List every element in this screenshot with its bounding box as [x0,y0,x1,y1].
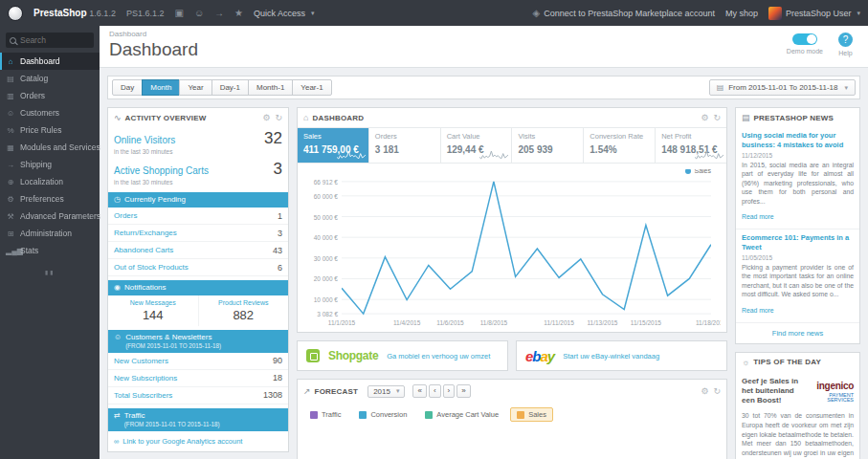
pending-returns-row[interactable]: Return/Exchanges3 [108,225,288,242]
active-carts-link[interactable]: Active Shopping Carts [114,165,209,176]
sidebar-item-customers[interactable]: ☺Customers [0,104,100,121]
sidebar-item-dashboard[interactable]: ⌂Dashboard [0,53,100,70]
quick-access-menu[interactable]: Quick Access▾ [254,9,315,18]
refresh-icon[interactable]: ↻ [275,113,282,122]
row-label: Abandoned Carts [114,246,173,254]
marketplace-link[interactable]: ◈Connect to PrestaShop Marketplace accou… [533,8,715,18]
currently-pending-header: ◷ Currently Pending [108,192,288,208]
legend-sales[interactable]: Sales [510,407,553,422]
activity-icon: ∿ [114,113,122,122]
traffic-header: ⇄ Traffic(FROM 2015-11-01 TO 2015-11-18) [108,408,288,431]
first-page-button[interactable]: « [412,384,426,398]
kpi-visits[interactable]: Visits205 939 [512,128,584,163]
sidebar-item-orders[interactable]: ▥Orders [0,87,100,104]
shopgate-promo[interactable]: Shopgate Ga mobiel en verhoog uw omzet [297,340,508,371]
shop-name[interactable]: PS1.6.1.2 [126,9,165,18]
google-analytics-link[interactable]: ∞ Link to your Google Analytics account [108,431,288,451]
link-icon: ∞ [114,437,119,446]
ebay-promo[interactable]: ebay Start uw eBay-winkel vandaag [516,340,727,371]
sidebar-item-modules[interactable]: ▦Modules and Services [0,139,100,156]
pending-orders-row[interactable]: Orders1 [108,208,288,225]
new-customers-row[interactable]: New Customers90 [108,353,288,370]
search-input[interactable] [20,35,87,45]
prestashop-logo [8,6,23,21]
advanced-parameters-icon: ⚒ [6,212,15,221]
ebay-promo-link[interactable]: Start uw eBay-winkel vandaag [563,352,659,361]
sidebar-item-label: Administration [20,229,72,238]
sidebar-item-administration[interactable]: ⊞Administration [0,225,100,242]
messages-notification-icon[interactable]: → [214,8,224,18]
kpi-label: Orders [375,132,434,141]
article-title-link[interactable]: Ecommerce 101: Payments in a Tweet [742,233,854,252]
chart-legend[interactable]: Sales [685,169,711,174]
kpi-sales[interactable]: Sales411 759,00 € [298,128,369,163]
article-date: 11/12/2015 [742,152,854,159]
legend-average-cart-value[interactable]: Average Cart Value [418,407,505,422]
refresh-icon[interactable]: ↻ [713,113,721,122]
last-page-button[interactable]: » [456,384,470,398]
forecast-year-select[interactable]: 2015▾ [367,385,405,398]
sidebar-collapse-button[interactable]: ▮▮ [0,259,100,285]
y-axis: 66 912 €60 000 €50 000 €40 000 €30 000 €… [301,179,338,317]
sidebar-search[interactable] [6,33,94,48]
orders-notification-icon[interactable]: ▣ [174,8,183,18]
home-icon: ⌂ [6,57,15,66]
sidebar-item-catalog[interactable]: ▤Catalog [0,70,100,87]
next-page-button[interactable]: › [443,384,456,398]
row-value: 1308 [263,390,282,400]
range-day-button[interactable]: Day [112,79,143,96]
avatar [768,7,782,20]
sidebar-item-stats[interactable]: ▂▄▆Stats [0,242,100,259]
gear-icon[interactable]: ⚙ [701,386,708,396]
sidebar-item-shipping[interactable]: →Shipping [0,156,100,173]
gear-icon[interactable]: ⚙ [701,113,708,122]
merchant-expertise-icon[interactable]: ★ [234,8,243,18]
chevron-down-icon: ▾ [311,10,315,17]
product-reviews-cell[interactable]: Product Reviews882 [199,295,289,326]
shopgate-promo-link[interactable]: Ga mobiel en verhoog uw omzet [387,352,490,361]
sidebar-item-price-rules[interactable]: %Price Rules [0,121,100,139]
kpi-orders[interactable]: Orders3 181 [369,128,441,163]
sidebar-item-advanced-parameters[interactable]: ⚒Advanced Parameters [0,208,100,225]
range-year-1-button[interactable]: Year-1 [292,79,331,96]
kpi-net-profit[interactable]: Net Profit148 918,51 € [656,128,726,163]
article-title-link[interactable]: Using social media for your business: 4 … [742,131,854,150]
total-subscribers-row[interactable]: Total Subscribers1308 [108,387,288,404]
out-of-stock-row[interactable]: Out of Stock Products6 [108,259,288,276]
range-year-button[interactable]: Year [179,79,211,96]
range-month-button[interactable]: Month [142,79,180,96]
gear-icon[interactable]: ⚙ [262,113,270,122]
legend-label: Sales [694,169,711,174]
abandoned-carts-row[interactable]: Abandoned Carts43 [108,242,288,259]
sidebar-item-localization[interactable]: ⊕Localization [0,173,100,190]
my-shop-link[interactable]: My shop [725,9,758,18]
row-label: New Subscriptions [114,374,177,382]
read-more-link[interactable]: Read more [742,213,774,220]
refresh-icon[interactable]: ↻ [713,386,721,396]
notifications-grid: New Messages144 Product Reviews882 [108,295,288,326]
kpi-conversion-rate[interactable]: Conversion Rate1.54% [584,128,656,163]
chevron-down-icon: ▾ [857,10,860,17]
legend-conversion[interactable]: Conversion [352,407,413,422]
y-axis-tick-label: 3 082 € [317,311,338,317]
find-more-news-link[interactable]: Find more news [736,323,859,343]
y-axis-tick-label: 30 000 € [314,254,338,261]
year-value: 2015 [373,387,390,396]
customers-notification-icon[interactable]: ☺ [194,8,204,18]
range-month-1-button[interactable]: Month-1 [248,79,293,96]
range-day-1-button[interactable]: Day-1 [211,79,249,96]
prestashop-news-panel: ▤ PRESTASHOP NEWS Using social media for… [735,107,860,344]
new-subscriptions-row[interactable]: New Subscriptions18 [108,370,288,387]
online-visitors-link[interactable]: Online Visitors [114,135,175,145]
demo-mode-toggle[interactable] [792,33,817,45]
sidebar-item-preferences[interactable]: ⚙Preferences [0,190,100,208]
read-more-link[interactable]: Read more [742,307,774,314]
help-button[interactable]: ? [838,33,853,47]
legend-traffic[interactable]: Traffic [303,407,347,422]
demo-mode-control: Demo mode [787,33,823,55]
new-messages-cell[interactable]: New Messages144 [108,295,199,326]
kpi-cart-value[interactable]: Cart Value129,44 € [441,128,513,163]
date-range-picker[interactable]: ▤ From 2015-11-01 To 2015-11-18 ▾ [709,79,856,96]
user-menu[interactable]: PrestaShop User▾ [768,7,860,20]
prev-page-button[interactable]: ‹ [429,384,441,398]
